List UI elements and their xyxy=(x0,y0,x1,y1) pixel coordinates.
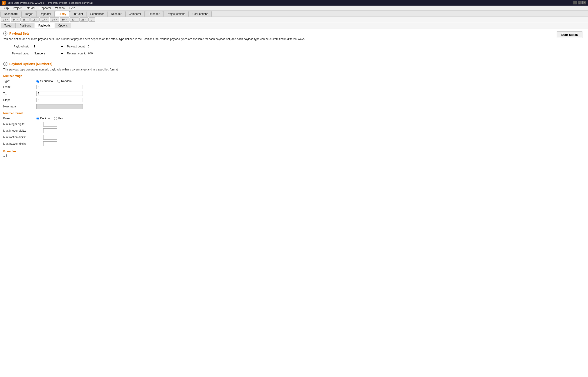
section-divider-1 xyxy=(3,59,585,59)
from-row: From: xyxy=(3,85,585,89)
sub-tab-13[interactable]: 13 × xyxy=(1,17,10,22)
payload-set-label: Payload set: xyxy=(3,45,29,48)
min-fraction-digits-row: Min fraction digits: xyxy=(3,135,585,140)
sub-tab-20[interactable]: 20 × xyxy=(70,17,79,22)
min-integer-digits-input[interactable] xyxy=(43,122,57,127)
sub-tab-21[interactable]: 21 × xyxy=(79,17,89,22)
examples-label: Examples xyxy=(3,150,585,153)
tab-decoder[interactable]: Decoder xyxy=(107,11,125,16)
window-controls[interactable]: _ □ × xyxy=(573,1,586,4)
payload-options-title: Payload Options [Numbers] xyxy=(9,62,52,66)
from-label: From: xyxy=(3,85,34,89)
menu-intruder[interactable]: Intruder xyxy=(24,6,37,10)
close-tab-13[interactable]: × xyxy=(7,18,8,21)
maximize-button[interactable]: □ xyxy=(578,1,581,4)
tab-extender[interactable]: Extender xyxy=(145,11,163,16)
radio-hex-input[interactable] xyxy=(54,117,57,120)
tab-comparer[interactable]: Comparer xyxy=(125,11,145,16)
menu-burp[interactable]: Burp xyxy=(1,6,11,10)
radio-random[interactable]: Random xyxy=(57,80,72,83)
payload-set-select[interactable]: 1 xyxy=(32,44,64,49)
base-radio-group: Decimal Hex xyxy=(36,117,63,120)
request-count-label: Request count: 640 xyxy=(67,52,93,55)
sub-tabs: 13 × 14 × 15 × 16 × 17 × 18 × 19 × 20 × … xyxy=(0,17,588,22)
base-label: Base: xyxy=(3,117,34,120)
tab-sequencer[interactable]: Sequencer xyxy=(87,11,107,16)
to-input[interactable] xyxy=(36,91,83,96)
how-many-row: How many: xyxy=(3,104,585,109)
close-tab-18[interactable]: × xyxy=(56,18,57,21)
intruder-tab-payloads[interactable]: Payloads xyxy=(35,23,54,28)
tab-proxy[interactable]: Proxy xyxy=(55,11,70,16)
main-tabs: Dashboard Target Repeater Proxy Intruder… xyxy=(0,11,588,17)
close-tab-20[interactable]: × xyxy=(75,18,77,21)
payload-sets-header: ? Payload Sets xyxy=(3,31,585,35)
min-fraction-digits-input[interactable] xyxy=(43,135,57,140)
menubar: Burp Project Intruder Repeater Window He… xyxy=(0,6,588,11)
radio-decimal-input[interactable] xyxy=(36,117,39,120)
number-format-label: Number format xyxy=(3,112,585,115)
step-input[interactable] xyxy=(36,98,83,102)
intruder-tab-positions[interactable]: Positions xyxy=(16,23,35,28)
sub-tab-17[interactable]: 17 × xyxy=(40,17,49,22)
payload-type-row: Payload type: Numbers Request count: 640 xyxy=(3,51,585,56)
sub-tab-18[interactable]: 18 × xyxy=(50,17,59,22)
tab-project-options[interactable]: Project options xyxy=(163,11,189,16)
radio-hex[interactable]: Hex xyxy=(54,117,63,120)
sub-tab-15[interactable]: 15 × xyxy=(21,17,30,22)
payload-options-header: ? Payload Options [Numbers] xyxy=(3,62,585,66)
examples-value: 1.1 xyxy=(3,154,585,157)
min-integer-digits-row: Min integer digits: xyxy=(3,122,585,127)
payload-options-section: ? Payload Options [Numbers] This payload… xyxy=(3,62,585,157)
radio-random-input[interactable] xyxy=(57,80,60,83)
close-button[interactable]: × xyxy=(582,1,586,4)
start-attack-button[interactable]: Start attack xyxy=(557,31,582,38)
type-radio-group: Sequential Random xyxy=(36,80,72,83)
max-fraction-digits-label: Max fraction digits: xyxy=(3,142,40,145)
close-tab-15[interactable]: × xyxy=(26,18,28,21)
app-title: Burp Suite Professional v2020.8 - Tempor… xyxy=(7,1,571,4)
menu-help[interactable]: Help xyxy=(68,6,77,10)
type-label: Type: xyxy=(3,80,34,83)
radio-sequential[interactable]: Sequential xyxy=(36,80,54,83)
minimize-button[interactable]: _ xyxy=(573,1,577,4)
step-row: Step: xyxy=(3,98,585,102)
intruder-tab-options[interactable]: Options xyxy=(55,23,71,28)
tab-user-options[interactable]: User options xyxy=(189,11,212,16)
payload-type-label: Payload type: xyxy=(3,52,29,55)
tab-target[interactable]: Target xyxy=(21,11,36,16)
menu-window[interactable]: Window xyxy=(53,6,67,10)
close-tab-21[interactable]: × xyxy=(85,18,86,21)
max-integer-digits-input[interactable] xyxy=(43,128,57,133)
max-fraction-digits-input[interactable] xyxy=(43,141,57,146)
close-tab-16[interactable]: × xyxy=(36,18,38,21)
radio-sequential-input[interactable] xyxy=(36,80,39,83)
from-input[interactable] xyxy=(36,85,83,89)
sub-tab-16[interactable]: 16 × xyxy=(30,17,40,22)
payload-count-label: Payload count: 5 xyxy=(67,45,89,48)
close-tab-19[interactable]: × xyxy=(66,18,67,21)
menu-project[interactable]: Project xyxy=(11,6,23,10)
number-range-label: Number range xyxy=(3,74,585,78)
payload-sets-title: Payload Sets xyxy=(9,32,30,35)
intruder-tab-target[interactable]: Target xyxy=(1,23,16,28)
how-many-label: How many: xyxy=(3,105,34,108)
intruder-tabs: Target Positions Payloads Options xyxy=(0,22,588,29)
menu-repeater[interactable]: Repeater xyxy=(38,6,53,10)
sub-tab-more[interactable]: ... xyxy=(89,17,95,22)
payload-sets-section: ? Payload Sets You can define one or mor… xyxy=(3,31,585,56)
sub-tab-14[interactable]: 14 × xyxy=(11,17,20,22)
type-row: Type: Sequential Random xyxy=(3,80,585,83)
payload-sets-help-icon[interactable]: ? xyxy=(3,31,7,35)
radio-decimal[interactable]: Decimal xyxy=(36,117,50,120)
tab-dashboard[interactable]: Dashboard xyxy=(0,11,21,16)
payload-options-help-icon[interactable]: ? xyxy=(3,62,7,66)
max-integer-digits-label: Max integer digits: xyxy=(3,129,40,132)
close-tab-14[interactable]: × xyxy=(16,18,18,21)
sub-tab-19[interactable]: 19 × xyxy=(60,17,69,22)
tab-repeater[interactable]: Repeater xyxy=(36,11,55,16)
tab-intruder[interactable]: Intruder xyxy=(70,11,86,16)
payload-type-select[interactable]: Numbers xyxy=(32,51,64,56)
app-logo: B xyxy=(2,1,6,5)
close-tab-17[interactable]: × xyxy=(46,18,47,21)
